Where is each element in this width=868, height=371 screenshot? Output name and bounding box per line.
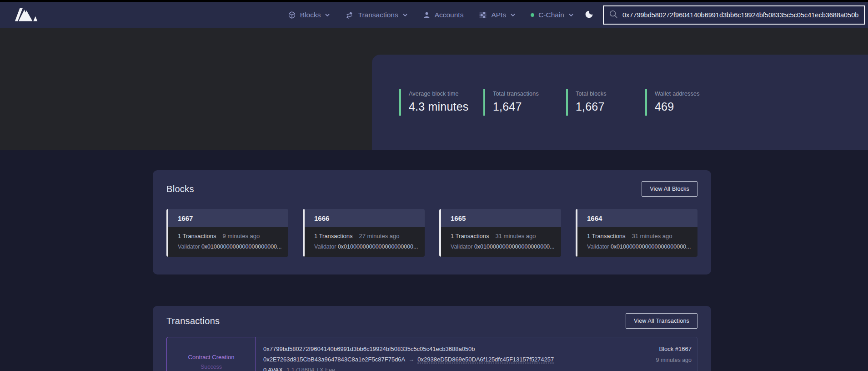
stat-value: 1,667 [576, 100, 645, 113]
stat-average-block-time: Average block time 4.3 minutes [399, 89, 483, 116]
nav-menu: Blocks Transactions [288, 11, 573, 19]
hero-section: Average block time 4.3 minutes Total tra… [0, 28, 868, 150]
block-number[interactable]: 1666 [314, 214, 329, 222]
block-card-1664[interactable]: 1664 1 Transactions31 minutes ago Valida… [576, 209, 697, 257]
transaction-type-cell: Contract Creation Success [166, 337, 256, 371]
blocks-section-card: Blocks View All Blocks 1667 1 Transactio… [153, 170, 711, 274]
transaction-row[interactable]: Contract Creation Success 0x7799bd580272… [166, 337, 697, 371]
block-card-1667[interactable]: 1667 1 Transactions9 minutes ago Validat… [166, 209, 288, 257]
nav-item-label: Transactions [358, 11, 398, 19]
validator-label: Validator [587, 244, 609, 250]
chevron-down-icon [511, 14, 515, 17]
block-card-1666[interactable]: 1666 1 Transactions27 minutes ago Valida… [303, 209, 425, 257]
validator-address[interactable]: 0x0100000000000000000000... [201, 244, 282, 250]
block-tx-count: 1 Transactions [587, 233, 626, 239]
transactions-section-title: Transactions [166, 314, 220, 328]
search-icon [609, 10, 622, 20]
stat-value: 1,647 [493, 100, 566, 113]
nav-item-accounts[interactable]: Accounts [423, 11, 464, 19]
nav-item-transactions[interactable]: Transactions [345, 11, 407, 19]
stat-wallet-addresses: Wallet addresses 469 [645, 89, 700, 116]
nav-item-blocks[interactable]: Blocks [288, 11, 330, 19]
nav-item-network-selector[interactable]: C-Chain [531, 11, 573, 19]
transaction-block-link[interactable]: Block #1667 [656, 346, 692, 352]
person-icon [423, 11, 431, 19]
stat-label: Total transactions [493, 91, 566, 97]
transaction-status-badge: Success [201, 364, 222, 370]
arrow-right-icon: → [408, 356, 414, 363]
transaction-meta: Block #1667 9 minutes ago [656, 337, 697, 371]
cube-icon [288, 11, 296, 19]
chevron-down-icon [569, 14, 573, 17]
block-number[interactable]: 1664 [587, 214, 602, 222]
block-time-ago: 9 minutes ago [223, 233, 260, 239]
transaction-fee: 1.1718604 TX Fee [286, 366, 335, 371]
sliders-icon [479, 11, 487, 19]
status-dot-icon [531, 13, 534, 17]
nav-item-apis[interactable]: APIs [479, 11, 515, 19]
transaction-to-address[interactable]: 0x2938eD5D869e50DA6f125dfc45F13157f52742… [417, 356, 554, 363]
moon-icon [584, 10, 594, 21]
nav-item-label: APIs [491, 11, 506, 19]
view-all-transactions-button[interactable]: View All Transactions [626, 313, 697, 329]
stat-label: Wallet addresses [655, 91, 700, 97]
nav-item-label: C-Chain [538, 11, 564, 19]
block-number[interactable]: 1665 [451, 214, 466, 222]
transaction-type: Contract Creation [188, 354, 235, 361]
transfer-arrows-icon [345, 11, 354, 19]
block-tx-count: 1 Transactions [314, 233, 353, 239]
validator-address[interactable]: 0x0100000000000000000000... [474, 244, 555, 250]
stat-label: Average block time [409, 91, 483, 97]
blocks-section-title: Blocks [166, 182, 194, 196]
block-tx-count: 1 Transactions [178, 233, 216, 239]
block-tx-count: 1 Transactions [451, 233, 489, 239]
stat-label: Total blocks [576, 91, 645, 97]
transactions-section-card: Transactions View All Transactions Contr… [153, 306, 711, 371]
view-all-blocks-button[interactable]: View All Blocks [642, 181, 697, 197]
nav-item-label: Accounts [435, 11, 464, 19]
validator-label: Validator [178, 244, 200, 250]
block-time-ago: 27 minutes ago [359, 233, 400, 239]
block-time-ago: 31 minutes ago [496, 233, 536, 239]
network-stats-card: Average block time 4.3 minutes Total tra… [372, 55, 868, 150]
block-time-ago: 31 minutes ago [632, 233, 672, 239]
search-box [603, 5, 865, 25]
transaction-from-address[interactable]: 0x2E7263d815CbB43a9647843C8a1e2F5c87F75d… [263, 356, 405, 363]
search-input[interactable] [622, 6, 864, 24]
validator-address[interactable]: 0x0100000000000000000000... [611, 244, 691, 250]
transaction-details: 0x7799bd580272f9604140b6991d3bb6c19924bf… [256, 337, 554, 371]
transaction-hash[interactable]: 0x7799bd580272f9604140b6991d3bb6c19924bf… [263, 346, 554, 352]
stat-value: 469 [655, 100, 700, 113]
stat-total-blocks: Total blocks 1,667 [566, 89, 645, 116]
latest-blocks-list: 1667 1 Transactions9 minutes ago Validat… [166, 209, 697, 257]
transaction-time-ago: 9 minutes ago [656, 357, 692, 363]
validator-label: Validator [314, 244, 336, 250]
stat-total-transactions: Total transactions 1,647 [483, 89, 566, 116]
transaction-amount: 0 AVAX [263, 366, 283, 371]
navbar: Blocks Transactions [0, 2, 868, 28]
theme-toggle-button[interactable] [584, 10, 594, 21]
chevron-down-icon [403, 14, 407, 17]
stat-value: 4.3 minutes [409, 100, 483, 113]
block-card-1665[interactable]: 1665 1 Transactions31 minutes ago Valida… [439, 209, 561, 257]
validator-label: Validator [451, 244, 472, 250]
block-number[interactable]: 1667 [178, 214, 193, 222]
nav-item-label: Blocks [300, 11, 321, 19]
blocks-section-header: Blocks View All Blocks [166, 181, 697, 197]
validator-address[interactable]: 0x0100000000000000000000... [338, 244, 418, 250]
transactions-section-header: Transactions View All Transactions [166, 313, 697, 329]
chevron-down-icon [325, 14, 330, 17]
avalanche-logo-icon[interactable] [13, 7, 40, 23]
